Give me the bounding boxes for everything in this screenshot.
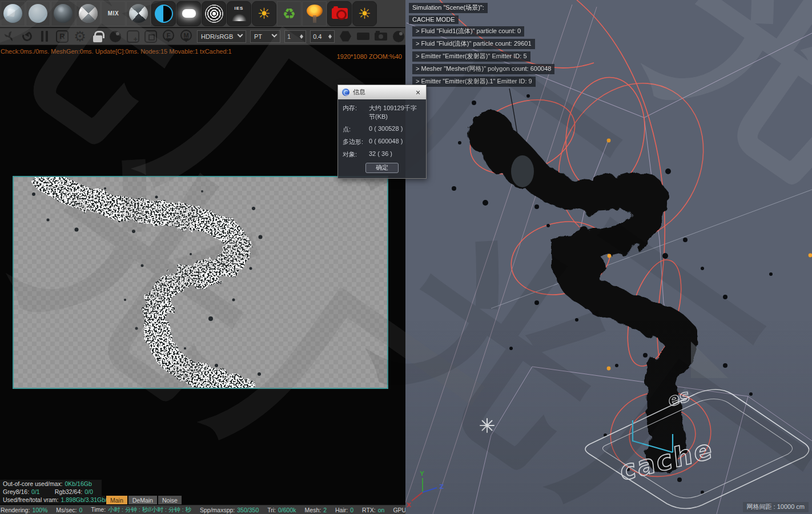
samples-value: 1 <box>287 33 296 40</box>
kernel-settings-button[interactable]: ⚙ <box>73 29 87 44</box>
lock-resolution-button[interactable] <box>91 29 104 44</box>
axis-x-label: X <box>407 501 412 509</box>
grid-spacing-label: 网格间距 : 10000 cm <box>743 502 809 512</box>
stat-label: Tri: <box>267 507 276 513</box>
emitter-id-9: > Emitter "Emitter(发射器).1" Emitter ID: 9 <box>412 77 536 87</box>
plus-box-icon <box>127 30 139 43</box>
sun-icon: ☀ <box>258 6 271 21</box>
pause-render-button[interactable] <box>38 29 51 44</box>
fluid1-particle-count: > Fluid "Fluid1(流体)" particle count: 0 <box>412 26 524 37</box>
tab-denoised-pass[interactable]: DeMain <box>128 496 157 504</box>
fluid-mesh-silhouette <box>468 111 691 460</box>
mesh-status-line: Check:0ms./0ms. MeshGen:0ms. Update[C]:0… <box>1 48 232 55</box>
focus-picker-button[interactable]: F <box>162 29 175 44</box>
restart-render-button[interactable] <box>20 29 34 44</box>
glossy-material-button[interactable] <box>26 1 50 26</box>
mix-material-button[interactable]: MIX <box>101 1 126 26</box>
stepper-arrows-icon <box>300 33 303 41</box>
out-of-core-value: 0Kb/16Gb <box>65 480 91 487</box>
object-toolbar: MIX IES ☀ ♻ ☀ <box>0 0 405 27</box>
vram-stats: Used/free/total vram: 1.898Gb/3.31Gb/8Gb <box>0 496 105 504</box>
r-box-icon: R <box>56 30 69 43</box>
c4d-viewport[interactable]: cache es Y X Z <box>405 0 812 514</box>
sun-light-button[interactable]: ☀ <box>352 1 377 26</box>
colorspace-dropdown[interactable]: HDR/sRGB <box>197 30 246 43</box>
diffuse-material-button[interactable] <box>1 1 25 26</box>
dialog-title: 信息 <box>353 88 409 97</box>
toon-material-button[interactable] <box>76 1 101 26</box>
viewer-camera-button[interactable] <box>374 29 388 44</box>
glossy-material-icon <box>29 4 47 23</box>
octane-logo-icon[interactable] <box>2 29 16 44</box>
recycle-leaves-icon: ♻ <box>283 6 296 21</box>
daylight-button[interactable]: ☀ <box>252 1 276 26</box>
stat-value: 350/350 <box>237 507 259 513</box>
stat-label: RTX: <box>362 507 376 513</box>
film-rect-icon <box>357 33 369 40</box>
red-camera-icon <box>332 8 348 19</box>
render-ball-button[interactable] <box>108 29 122 44</box>
film-region-button[interactable] <box>356 29 370 44</box>
perspective-box-wireframe <box>407 23 812 514</box>
polygons-value: 0 ( 600048 ) <box>369 138 403 146</box>
stat-value: 2 <box>323 507 327 513</box>
target-light-button[interactable] <box>202 1 226 26</box>
ies-label: IES <box>235 6 244 11</box>
lock-icon <box>93 35 102 42</box>
stepper-arrows-icon <box>328 33 332 41</box>
texture-environment-button[interactable] <box>151 1 176 26</box>
axis-gizmo: Y X Z <box>407 470 444 509</box>
ies-light-button[interactable]: IES <box>227 1 251 26</box>
cache-mode-label: CACHE MODE <box>409 15 459 24</box>
info-dialog: 信息 × 内存:大约 109129千字节(KB) 点:0 ( 300528 ) … <box>337 85 427 179</box>
exposure-stepper[interactable]: 0.4 <box>310 30 335 43</box>
render-result-frame[interactable] <box>13 176 388 389</box>
fluid-sheen <box>511 155 534 187</box>
material-picker-button[interactable]: M <box>179 29 193 44</box>
region-render-button[interactable]: R <box>55 29 69 44</box>
background-sphere-button[interactable] <box>392 29 405 44</box>
scatter-environment-button[interactable]: ♻ <box>277 1 302 26</box>
simulation-scene-title: Simulation "Scene(场景)": <box>409 3 488 13</box>
sun-icon: ☀ <box>358 6 371 21</box>
info-dialog-body: 内存:大约 109129千字节(KB) 点:0 ( 300528 ) 多边形:0… <box>338 99 426 178</box>
stat-value: 100% <box>32 507 47 513</box>
stat-value: 0/600k <box>278 507 296 513</box>
add-render-region-button[interactable] <box>126 29 140 44</box>
render-pass-tabs: Main DeMain Noise <box>106 496 182 504</box>
area-light-button[interactable] <box>176 1 201 26</box>
tab-main-pass[interactable]: Main <box>106 496 127 504</box>
memory-value: 大约 109129千字节(KB) <box>369 104 421 121</box>
kernel-dropdown[interactable]: PT <box>250 30 280 43</box>
close-icon[interactable]: × <box>412 87 424 98</box>
portal-material-icon <box>129 4 148 23</box>
clear-render-region-button[interactable] <box>144 29 158 44</box>
sphere-icon <box>110 31 121 42</box>
clay-mode-button[interactable] <box>339 29 352 44</box>
specular-material-button[interactable] <box>51 1 75 26</box>
stat-value: 0 <box>350 507 353 513</box>
out-of-core-stats: Out-of-core used/max: 0Kb/16Gb <box>0 480 102 488</box>
stat-label: Ms/sec: <box>56 507 77 513</box>
pause-icon <box>41 31 48 42</box>
camera-icon <box>375 33 387 41</box>
portal-material-button[interactable] <box>126 1 151 26</box>
info-dialog-titlebar[interactable]: 信息 × <box>338 85 426 99</box>
tab-noise-pass[interactable]: Noise <box>158 496 182 504</box>
chevron-down-icon <box>272 32 278 38</box>
target-light-icon <box>205 5 223 23</box>
samples-stepper[interactable]: 1 <box>284 30 306 43</box>
focus-pin-icon: F <box>163 30 174 41</box>
ies-light-icon: IES <box>230 4 249 23</box>
live-viewer-panel: MIX IES ☀ ♻ ☀ R <box>0 0 405 514</box>
resolution-zoom-label: 1920*1080 ZOOM:%40 <box>337 53 402 60</box>
points-value: 0 ( 300528 ) <box>369 125 403 134</box>
cinema4d-app-icon <box>342 89 349 96</box>
objects-label: 对象: <box>343 150 369 159</box>
octane-cinema4d-workspace: MIX IES ☀ ♻ ☀ R <box>0 0 812 514</box>
grey-tex-label: Grey8/16: <box>3 488 29 495</box>
octane-camera-button[interactable] <box>327 1 352 26</box>
ok-button[interactable]: 确定 <box>365 163 399 173</box>
volume-explosion-button[interactable] <box>302 1 327 26</box>
chevron-down-icon <box>237 32 243 38</box>
